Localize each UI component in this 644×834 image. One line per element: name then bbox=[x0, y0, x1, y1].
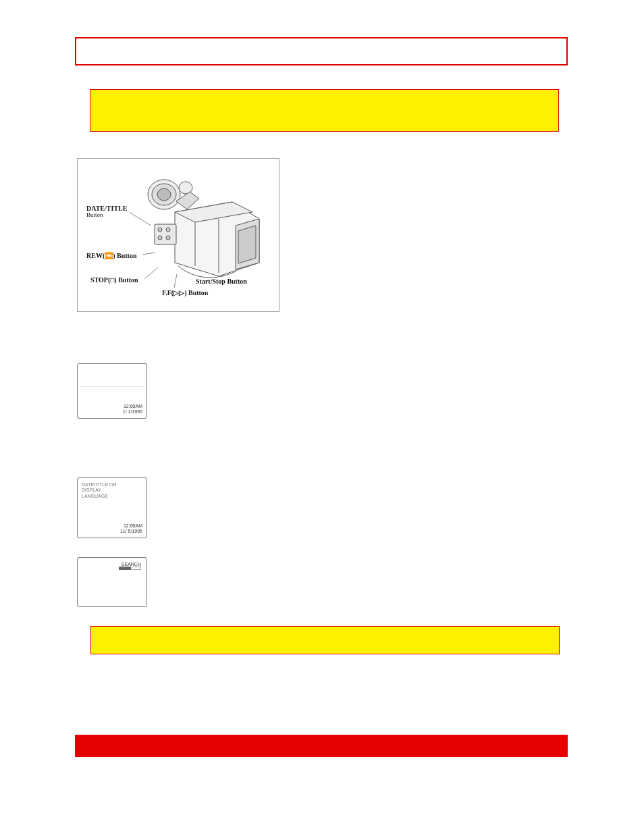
highlight-bar-2 bbox=[90, 626, 560, 654]
thumb1-time: 12:00AM 1/ 1/1995 bbox=[123, 404, 142, 414]
screen-thumb-2: DATE/TITLE ON DISPLAY LANGUAGE 12:00AM 1… bbox=[77, 477, 147, 538]
thumb2-time: 12:00AM 11/ 5/1995 bbox=[120, 523, 142, 533]
thumb2-menu: DATE/TITLE ON DISPLAY LANGUAGE bbox=[82, 482, 117, 499]
camcorder-figure: DATE/TITLE Button REW(⏪) Button STOP(□) … bbox=[77, 158, 279, 312]
red-bar bbox=[75, 735, 568, 757]
highlight-bar-1 bbox=[90, 89, 559, 132]
svg-point-10 bbox=[158, 228, 162, 232]
screen-thumb-1: 12:00AM 1/ 1/1995 bbox=[77, 363, 147, 419]
camcorder-drawing bbox=[134, 165, 273, 293]
header-outline-box bbox=[75, 37, 568, 66]
svg-rect-9 bbox=[155, 224, 176, 244]
thumb3-search: SEARCH bbox=[119, 562, 141, 571]
svg-point-7 bbox=[157, 188, 171, 201]
screen-thumb-3: SEARCH bbox=[77, 557, 147, 607]
svg-point-11 bbox=[166, 228, 170, 232]
svg-point-12 bbox=[158, 236, 162, 240]
svg-point-13 bbox=[166, 236, 170, 240]
